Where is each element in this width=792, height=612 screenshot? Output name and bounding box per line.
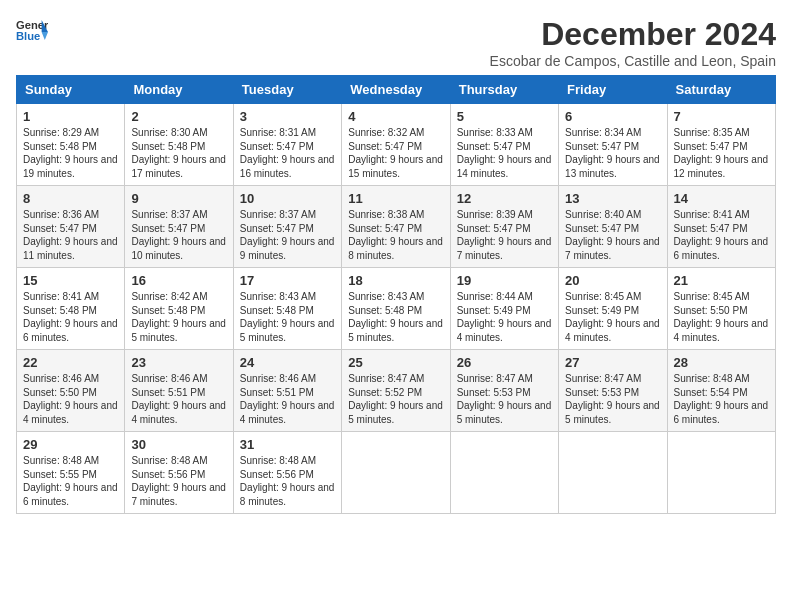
day-detail: Sunrise: 8:37 AMSunset: 5:47 PMDaylight:… xyxy=(131,208,226,262)
day-detail: Sunrise: 8:47 AMSunset: 5:53 PMDaylight:… xyxy=(457,372,552,426)
day-number: 27 xyxy=(565,355,660,370)
day-detail: Sunrise: 8:36 AMSunset: 5:47 PMDaylight:… xyxy=(23,208,118,262)
day-detail: Sunrise: 8:48 AMSunset: 5:56 PMDaylight:… xyxy=(240,454,335,508)
day-number: 10 xyxy=(240,191,335,206)
day-number: 11 xyxy=(348,191,443,206)
day-number: 13 xyxy=(565,191,660,206)
col-tuesday: Tuesday xyxy=(233,76,341,104)
calendar-cell: 1Sunrise: 8:29 AMSunset: 5:48 PMDaylight… xyxy=(17,104,125,186)
col-monday: Monday xyxy=(125,76,233,104)
day-detail: Sunrise: 8:45 AMSunset: 5:50 PMDaylight:… xyxy=(674,290,769,344)
calendar-cell: 25Sunrise: 8:47 AMSunset: 5:52 PMDayligh… xyxy=(342,350,450,432)
day-number: 8 xyxy=(23,191,118,206)
day-number: 19 xyxy=(457,273,552,288)
col-sunday: Sunday xyxy=(17,76,125,104)
calendar-title: December 2024 xyxy=(490,16,776,53)
day-number: 23 xyxy=(131,355,226,370)
calendar-cell: 8Sunrise: 8:36 AMSunset: 5:47 PMDaylight… xyxy=(17,186,125,268)
day-number: 5 xyxy=(457,109,552,124)
day-number: 14 xyxy=(674,191,769,206)
calendar-cell: 3Sunrise: 8:31 AMSunset: 5:47 PMDaylight… xyxy=(233,104,341,186)
day-detail: Sunrise: 8:47 AMSunset: 5:53 PMDaylight:… xyxy=(565,372,660,426)
day-detail: Sunrise: 8:48 AMSunset: 5:56 PMDaylight:… xyxy=(131,454,226,508)
calendar-cell: 12Sunrise: 8:39 AMSunset: 5:47 PMDayligh… xyxy=(450,186,558,268)
calendar-cell: 30Sunrise: 8:48 AMSunset: 5:56 PMDayligh… xyxy=(125,432,233,514)
day-detail: Sunrise: 8:30 AMSunset: 5:48 PMDaylight:… xyxy=(131,126,226,180)
calendar-cell xyxy=(450,432,558,514)
day-detail: Sunrise: 8:39 AMSunset: 5:47 PMDaylight:… xyxy=(457,208,552,262)
day-detail: Sunrise: 8:44 AMSunset: 5:49 PMDaylight:… xyxy=(457,290,552,344)
calendar-cell: 10Sunrise: 8:37 AMSunset: 5:47 PMDayligh… xyxy=(233,186,341,268)
calendar-cell: 26Sunrise: 8:47 AMSunset: 5:53 PMDayligh… xyxy=(450,350,558,432)
col-thursday: Thursday xyxy=(450,76,558,104)
day-number: 29 xyxy=(23,437,118,452)
day-number: 26 xyxy=(457,355,552,370)
day-detail: Sunrise: 8:45 AMSunset: 5:49 PMDaylight:… xyxy=(565,290,660,344)
calendar-cell: 16Sunrise: 8:42 AMSunset: 5:48 PMDayligh… xyxy=(125,268,233,350)
calendar-cell: 22Sunrise: 8:46 AMSunset: 5:50 PMDayligh… xyxy=(17,350,125,432)
calendar-cell: 6Sunrise: 8:34 AMSunset: 5:47 PMDaylight… xyxy=(559,104,667,186)
calendar-cell: 31Sunrise: 8:48 AMSunset: 5:56 PMDayligh… xyxy=(233,432,341,514)
day-number: 4 xyxy=(348,109,443,124)
title-area: December 2024 Escobar de Campos, Castill… xyxy=(490,16,776,69)
day-number: 7 xyxy=(674,109,769,124)
header: General Blue December 2024 Escobar de Ca… xyxy=(16,16,776,69)
calendar-cell: 11Sunrise: 8:38 AMSunset: 5:47 PMDayligh… xyxy=(342,186,450,268)
column-headers: Sunday Monday Tuesday Wednesday Thursday… xyxy=(17,76,776,104)
svg-marker-3 xyxy=(42,32,48,40)
day-number: 3 xyxy=(240,109,335,124)
calendar-cell xyxy=(342,432,450,514)
calendar-week-1: 1Sunrise: 8:29 AMSunset: 5:48 PMDaylight… xyxy=(17,104,776,186)
day-detail: Sunrise: 8:32 AMSunset: 5:47 PMDaylight:… xyxy=(348,126,443,180)
day-detail: Sunrise: 8:46 AMSunset: 5:51 PMDaylight:… xyxy=(240,372,335,426)
calendar-cell: 19Sunrise: 8:44 AMSunset: 5:49 PMDayligh… xyxy=(450,268,558,350)
day-detail: Sunrise: 8:46 AMSunset: 5:50 PMDaylight:… xyxy=(23,372,118,426)
col-friday: Friday xyxy=(559,76,667,104)
day-detail: Sunrise: 8:40 AMSunset: 5:47 PMDaylight:… xyxy=(565,208,660,262)
calendar-week-2: 8Sunrise: 8:36 AMSunset: 5:47 PMDaylight… xyxy=(17,186,776,268)
calendar-cell: 5Sunrise: 8:33 AMSunset: 5:47 PMDaylight… xyxy=(450,104,558,186)
day-detail: Sunrise: 8:41 AMSunset: 5:48 PMDaylight:… xyxy=(23,290,118,344)
day-detail: Sunrise: 8:43 AMSunset: 5:48 PMDaylight:… xyxy=(240,290,335,344)
calendar-week-3: 15Sunrise: 8:41 AMSunset: 5:48 PMDayligh… xyxy=(17,268,776,350)
calendar-cell: 29Sunrise: 8:48 AMSunset: 5:55 PMDayligh… xyxy=(17,432,125,514)
calendar-cell: 28Sunrise: 8:48 AMSunset: 5:54 PMDayligh… xyxy=(667,350,775,432)
day-number: 12 xyxy=(457,191,552,206)
day-number: 1 xyxy=(23,109,118,124)
calendar-cell: 7Sunrise: 8:35 AMSunset: 5:47 PMDaylight… xyxy=(667,104,775,186)
calendar-cell: 24Sunrise: 8:46 AMSunset: 5:51 PMDayligh… xyxy=(233,350,341,432)
day-number: 21 xyxy=(674,273,769,288)
day-detail: Sunrise: 8:43 AMSunset: 5:48 PMDaylight:… xyxy=(348,290,443,344)
calendar-cell: 15Sunrise: 8:41 AMSunset: 5:48 PMDayligh… xyxy=(17,268,125,350)
day-number: 2 xyxy=(131,109,226,124)
day-number: 28 xyxy=(674,355,769,370)
calendar-cell xyxy=(559,432,667,514)
calendar-table: Sunday Monday Tuesday Wednesday Thursday… xyxy=(16,75,776,514)
calendar-cell: 21Sunrise: 8:45 AMSunset: 5:50 PMDayligh… xyxy=(667,268,775,350)
calendar-week-5: 29Sunrise: 8:48 AMSunset: 5:55 PMDayligh… xyxy=(17,432,776,514)
day-number: 24 xyxy=(240,355,335,370)
day-detail: Sunrise: 8:48 AMSunset: 5:55 PMDaylight:… xyxy=(23,454,118,508)
day-number: 22 xyxy=(23,355,118,370)
day-number: 20 xyxy=(565,273,660,288)
day-number: 15 xyxy=(23,273,118,288)
day-detail: Sunrise: 8:33 AMSunset: 5:47 PMDaylight:… xyxy=(457,126,552,180)
col-saturday: Saturday xyxy=(667,76,775,104)
calendar-cell: 18Sunrise: 8:43 AMSunset: 5:48 PMDayligh… xyxy=(342,268,450,350)
calendar-cell: 9Sunrise: 8:37 AMSunset: 5:47 PMDaylight… xyxy=(125,186,233,268)
day-detail: Sunrise: 8:46 AMSunset: 5:51 PMDaylight:… xyxy=(131,372,226,426)
col-wednesday: Wednesday xyxy=(342,76,450,104)
day-detail: Sunrise: 8:47 AMSunset: 5:52 PMDaylight:… xyxy=(348,372,443,426)
calendar-cell: 14Sunrise: 8:41 AMSunset: 5:47 PMDayligh… xyxy=(667,186,775,268)
day-detail: Sunrise: 8:31 AMSunset: 5:47 PMDaylight:… xyxy=(240,126,335,180)
day-number: 9 xyxy=(131,191,226,206)
day-number: 31 xyxy=(240,437,335,452)
calendar-cell: 4Sunrise: 8:32 AMSunset: 5:47 PMDaylight… xyxy=(342,104,450,186)
calendar-cell: 23Sunrise: 8:46 AMSunset: 5:51 PMDayligh… xyxy=(125,350,233,432)
day-number: 17 xyxy=(240,273,335,288)
day-detail: Sunrise: 8:41 AMSunset: 5:47 PMDaylight:… xyxy=(674,208,769,262)
day-detail: Sunrise: 8:29 AMSunset: 5:48 PMDaylight:… xyxy=(23,126,118,180)
svg-text:Blue: Blue xyxy=(16,30,40,42)
calendar-subtitle: Escobar de Campos, Castille and Leon, Sp… xyxy=(490,53,776,69)
logo-icon: General Blue xyxy=(16,16,48,44)
